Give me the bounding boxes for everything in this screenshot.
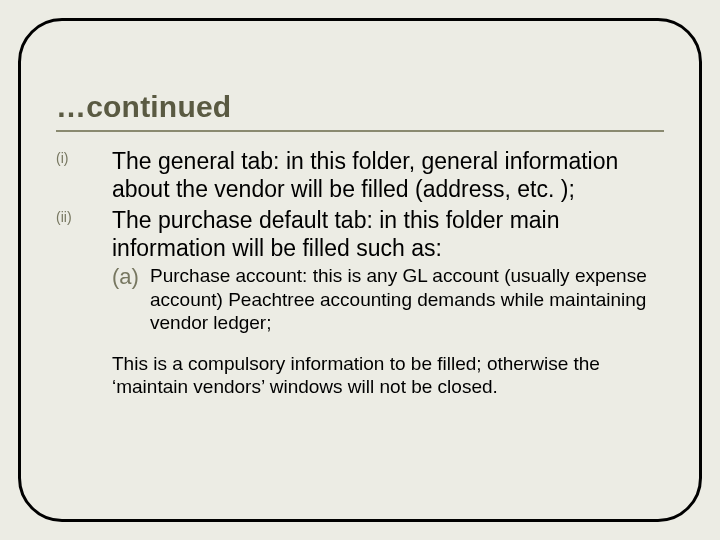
list-item: (i) The general tab: in this folder, gen… [56, 148, 664, 203]
list-item-text: The general tab: in this folder, general… [112, 148, 664, 203]
slide-title: …continued [56, 90, 664, 124]
slide: …continued (i) The general tab: in this … [0, 0, 720, 540]
ordered-list: (i) The general tab: in this folder, gen… [56, 148, 664, 334]
list-item: (ii) The purchase default tab: in this f… [56, 207, 664, 334]
list-item-text: The purchase default tab: in this folder… [112, 207, 664, 262]
sub-list-item: (a) Purchase account: this is any GL acc… [112, 264, 664, 334]
title-underline: …continued [56, 90, 664, 132]
list-marker-ii: (ii) [56, 209, 72, 225]
sub-list-marker-a: (a) [112, 264, 139, 290]
sub-list-item-text: Purchase account: this is any GL account… [150, 264, 664, 334]
content-area: …continued (i) The general tab: in this … [56, 90, 664, 398]
list-marker-i: (i) [56, 150, 68, 166]
note-paragraph: This is a compulsory information to be f… [56, 352, 664, 398]
